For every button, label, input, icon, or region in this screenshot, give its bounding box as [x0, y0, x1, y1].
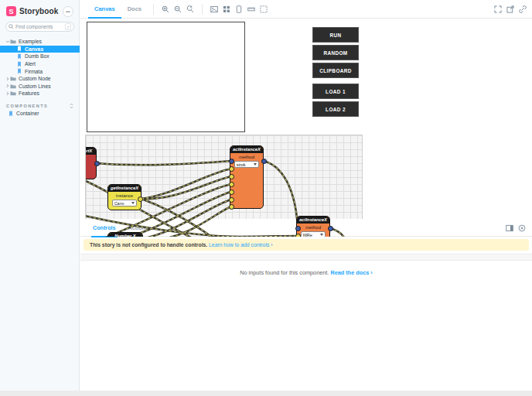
- method-dropdown[interactable]: strok: [234, 161, 260, 168]
- port-out-startx[interactable]: [94, 161, 100, 166]
- node-field-label: method: [230, 155, 263, 159]
- copy-link-button[interactable]: [517, 0, 529, 19]
- node-numberx[interactable]: Number X: [107, 232, 143, 237]
- node-title: getInstanceX: [108, 185, 141, 192]
- sidebar-item-label: Custom Node: [19, 76, 51, 81]
- addon-right-group: [503, 219, 528, 237]
- sidebar-menu-button[interactable]: [63, 6, 73, 17]
- component-tree: Examples Canvas Dumb Box Alert Firmata: [0, 38, 80, 117]
- port-out-method[interactable]: [261, 159, 267, 164]
- clipboard-button[interactable]: CLIPBOARD: [312, 63, 359, 78]
- learn-controls-link[interactable]: Learn how to add controls ›: [209, 242, 272, 248]
- port-in-arg5[interactable]: [229, 197, 234, 203]
- port-in-method-2[interactable]: [295, 226, 301, 231]
- grid-toggle-button[interactable]: [220, 0, 233, 19]
- zoom-reset-button[interactable]: [184, 0, 196, 19]
- sidebar-item-features[interactable]: Features: [0, 90, 80, 97]
- measure-icon: [247, 5, 255, 13]
- components-section-header: COMPONENTS: [0, 102, 80, 110]
- folder-icon: [10, 84, 16, 89]
- search-box[interactable]: /: [5, 22, 74, 32]
- sidebar-item-alert[interactable]: Alert: [0, 60, 80, 68]
- search-icon: [9, 24, 14, 29]
- load2-button[interactable]: LOAD 2: [312, 101, 359, 117]
- sidebar-item-custom-node[interactable]: Custom Node: [0, 75, 80, 83]
- open-new-tab-button[interactable]: [504, 0, 517, 19]
- toolbar-divider: [153, 4, 154, 15]
- folder-icon: [10, 90, 16, 96]
- search-input[interactable]: [14, 23, 65, 30]
- chevron-right-icon: [5, 91, 10, 96]
- port-in-arg4[interactable]: [229, 189, 234, 195]
- method-dropdown[interactable]: fillRe: [301, 231, 326, 237]
- brand: S Storybook: [6, 6, 58, 16]
- node-actinstancex-1[interactable]: actInstanceX method strok: [230, 145, 264, 209]
- grid-icon: [223, 5, 230, 13]
- sidebar-item-label: Container: [16, 111, 39, 116]
- sidebar-item-examples[interactable]: Examples: [0, 38, 80, 46]
- node-title: actInstanceX: [230, 146, 263, 153]
- zoom-reset-icon: [186, 5, 194, 13]
- outline-button[interactable]: [257, 0, 270, 19]
- node-title: startX: [85, 148, 96, 155]
- port-out-getinstance[interactable]: [138, 196, 143, 202]
- measure-button[interactable]: [245, 0, 257, 19]
- story-icon: [9, 111, 13, 117]
- port-in-arg3[interactable]: [229, 182, 234, 187]
- chevron-right-icon: [5, 84, 10, 88]
- viewport-icon: [235, 5, 243, 13]
- main-area: Canvas Docs: [80, 0, 532, 396]
- zoom-out-icon: [174, 5, 182, 13]
- port-in-arg1[interactable]: [229, 166, 234, 172]
- zoom-in-button[interactable]: [159, 0, 172, 19]
- instance-dropdown[interactable]: Canv: [112, 200, 138, 207]
- panel-position-button[interactable]: [503, 219, 516, 237]
- expand-collapse-all-icon[interactable]: [69, 103, 74, 109]
- read-docs-link[interactable]: Read the docs ›: [330, 269, 372, 276]
- fullscreen-button[interactable]: [492, 0, 504, 19]
- fullscreen-icon: [494, 5, 502, 13]
- folder-icon: [10, 39, 16, 44]
- search-shortcut-key: /: [65, 23, 71, 30]
- close-panel-button[interactable]: [516, 219, 528, 237]
- port-in-arg6[interactable]: [229, 204, 234, 210]
- load1-button[interactable]: LOAD 1: [312, 84, 359, 99]
- zoom-out-button[interactable]: [172, 0, 184, 19]
- warning-text: This story is not configured to handle c…: [90, 242, 207, 248]
- sidebar-item-dumb-box[interactable]: Dumb Box: [0, 53, 80, 60]
- zoom-in-icon: [162, 5, 169, 13]
- brand-title: Storybook: [19, 7, 58, 15]
- node-title: actInstanceX: [297, 217, 329, 224]
- background-toggle-button[interactable]: [208, 0, 220, 19]
- port-out-method-2[interactable]: [328, 226, 333, 231]
- port-in-method[interactable]: [229, 159, 234, 164]
- node-getinstancex[interactable]: getInstanceX instance Canv: [107, 184, 142, 210]
- node-editor-canvas[interactable]: startX getInstanceX instance Canv actIns…: [85, 135, 363, 237]
- window-bottom-strip: [0, 391, 532, 396]
- node-actinstancex-2[interactable]: actInstanceX method fillRe: [296, 216, 330, 237]
- sidebar-item-custom-lines[interactable]: Custom Lines: [0, 83, 80, 90]
- toolbar-divider: [202, 4, 203, 15]
- sidebar: S Storybook / Examples Canvas: [0, 0, 80, 396]
- drawing-canvas[interactable]: [87, 22, 245, 132]
- addon-panel: Controls Actions: [80, 219, 532, 396]
- random-button[interactable]: RANDOM: [312, 45, 359, 60]
- open-new-tab-icon: [506, 5, 514, 13]
- sidebar-item-container[interactable]: Container: [0, 110, 80, 118]
- sidebar-item-firmata[interactable]: Firmata: [0, 67, 80, 75]
- story-icon: [17, 46, 22, 52]
- run-button[interactable]: RUN: [312, 27, 359, 43]
- tab-canvas[interactable]: Canvas: [88, 0, 121, 19]
- empty-state-message: No inputs found for this component. Read…: [80, 269, 532, 276]
- viewport-button[interactable]: [233, 0, 245, 19]
- port-in-arg2[interactable]: [229, 174, 234, 179]
- story-icon: [17, 53, 22, 60]
- section-title: COMPONENTS: [6, 104, 48, 108]
- sidebar-item-label: Firmata: [25, 69, 43, 74]
- story-preview: RUN RANDOM CLIPBOARD LOAD 1 LOAD 2: [80, 19, 532, 237]
- sidebar-item-canvas[interactable]: Canvas: [0, 46, 80, 53]
- tab-docs[interactable]: Docs: [121, 0, 148, 19]
- close-circle-icon: [518, 224, 526, 232]
- panel-position-icon: [506, 224, 513, 232]
- sidebar-item-label: Canvas: [25, 46, 43, 52]
